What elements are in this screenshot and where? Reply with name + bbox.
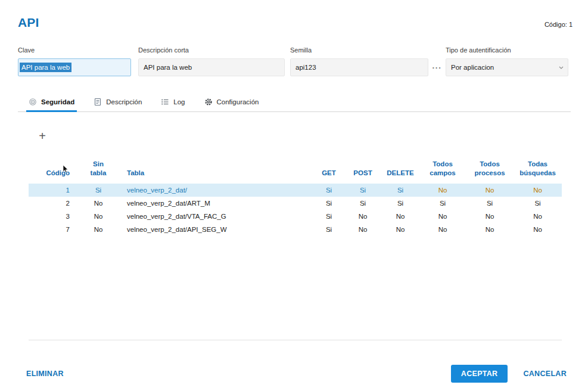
footer-bar: ELIMINAR ACEPTAR CANCELAR — [25, 365, 568, 383]
tab-log[interactable]: Log — [158, 98, 187, 111]
tab-descripcion[interactable]: Descripción — [91, 98, 144, 111]
tab-seguridad-label: Seguridad — [41, 98, 74, 105]
clave-input[interactable]: API para la web — [18, 58, 131, 76]
cell-delete[interactable]: No — [381, 210, 419, 223]
api-editor-window: API Código: 1 Clave API para la web Desc… — [0, 0, 588, 391]
cell-sin-tabla[interactable]: No — [74, 210, 122, 223]
chevron-down-icon — [559, 66, 564, 69]
cell-codigo[interactable]: 1 — [29, 184, 74, 197]
table-row[interactable]: 7 No velneo_verp_2_dat/API_SEG_W Si No N… — [29, 223, 562, 236]
descripcion-corta-input[interactable] — [138, 58, 285, 76]
cell-tabla[interactable]: velneo_verp_2_dat/ — [122, 184, 313, 197]
panel-divider — [29, 340, 562, 340]
titlebar: API Código: 1 — [18, 15, 573, 30]
cell-codigo[interactable]: 3 — [29, 210, 74, 223]
table-row[interactable]: 2 No velneo_verp_2_dat/ART_M Si Si Si Si… — [29, 197, 562, 210]
cell-post[interactable]: No — [344, 210, 381, 223]
tipo-autentificacion-label: Tipo de autentificación — [446, 46, 568, 54]
cell-todos-procesos[interactable]: No — [466, 210, 514, 223]
field-clave: Clave API para la web — [18, 46, 131, 76]
cell-tabla[interactable]: velneo_verp_2_dat/VTA_FAC_G — [122, 210, 313, 223]
field-descripcion-corta: Descripción corta — [138, 46, 285, 76]
field-semilla: Semilla — [290, 46, 428, 76]
cell-todas-busquedas[interactable]: No — [514, 184, 562, 197]
cell-delete[interactable]: Si — [381, 197, 419, 210]
semilla-more-button[interactable]: ··· — [430, 62, 444, 73]
column-header-get[interactable]: GET — [313, 156, 344, 184]
semilla-more-wrap: ··· — [428, 58, 446, 76]
semilla-input[interactable] — [290, 58, 428, 76]
cell-get[interactable]: Si — [313, 223, 344, 236]
cell-todos-procesos[interactable]: Si — [466, 197, 514, 210]
cell-todos-campos[interactable]: No — [419, 184, 466, 197]
form-row: Clave API para la web Descripción corta … — [18, 46, 568, 76]
cell-tabla[interactable]: velneo_verp_2_dat/ART_M — [122, 197, 313, 210]
table-row[interactable]: 3 No velneo_verp_2_dat/VTA_FAC_G Si No N… — [29, 210, 562, 223]
column-header-tabla[interactable]: Tabla — [122, 156, 313, 184]
tab-configuracion[interactable]: Configuración — [202, 98, 262, 111]
semilla-label: Semilla — [290, 46, 428, 54]
clave-label: Clave — [18, 46, 131, 54]
column-header-todas-busquedas[interactable]: Todas búsquedas — [514, 156, 562, 184]
fingerprint-icon — [29, 98, 37, 106]
cell-todos-procesos[interactable]: No — [466, 184, 514, 197]
list-icon — [161, 98, 169, 106]
table-row[interactable]: 1 Si velneo_verp_2_dat/ Si Si Si No No N… — [29, 184, 562, 197]
tab-log-label: Log — [173, 98, 185, 105]
security-table: Código Sin tabla Tabla GET POST DELETE T… — [29, 156, 562, 236]
tab-configuracion-label: Configuración — [217, 98, 259, 105]
cell-get[interactable]: Si — [313, 184, 344, 197]
add-row-button[interactable]: + — [35, 128, 50, 144]
cell-todos-campos[interactable]: Si — [419, 197, 466, 210]
accept-button[interactable]: ACEPTAR — [451, 365, 508, 383]
clave-selected-text: API para la web — [20, 63, 71, 72]
tipo-autentificacion-select[interactable]: Por aplicacion — [446, 58, 568, 76]
cell-post[interactable]: No — [344, 223, 381, 236]
cell-delete[interactable]: No — [381, 223, 419, 236]
column-header-post[interactable]: POST — [344, 156, 381, 184]
cell-get[interactable]: Si — [313, 210, 344, 223]
cell-codigo[interactable]: 2 — [29, 197, 74, 210]
gear-icon — [204, 98, 213, 106]
cell-get[interactable]: Si — [313, 197, 344, 210]
descripcion-corta-label: Descripción corta — [138, 46, 285, 54]
code-badge: Código: 1 — [545, 21, 573, 30]
column-header-delete[interactable]: DELETE — [381, 156, 419, 184]
page-title: API — [18, 15, 39, 30]
cell-sin-tabla[interactable]: No — [74, 223, 122, 236]
cell-sin-tabla[interactable]: No — [74, 197, 122, 210]
tipo-autentificacion-value: Por aplicacion — [451, 64, 494, 71]
cell-todas-busquedas[interactable]: No — [514, 223, 562, 236]
cell-todos-campos[interactable]: No — [419, 210, 466, 223]
cell-todas-busquedas[interactable]: Si — [514, 197, 562, 210]
cell-tabla[interactable]: velneo_verp_2_dat/API_SEG_W — [122, 223, 313, 236]
tab-bar: Seguridad Descripción Log — [18, 93, 571, 112]
cell-post[interactable]: Si — [344, 197, 381, 210]
cell-sin-tabla[interactable]: Si — [74, 184, 122, 197]
cell-post[interactable]: Si — [344, 184, 381, 197]
cell-delete[interactable]: Si — [381, 184, 419, 197]
cell-todas-busquedas[interactable]: No — [514, 210, 562, 223]
tab-seguridad[interactable]: Seguridad — [26, 98, 77, 111]
document-icon — [94, 98, 102, 106]
column-header-sin-tabla[interactable]: Sin tabla — [74, 156, 122, 184]
cell-todos-procesos[interactable]: No — [466, 223, 514, 236]
column-header-todos-procesos[interactable]: Todos procesos — [466, 156, 514, 184]
table-header-row: Código Sin tabla Tabla GET POST DELETE T… — [29, 156, 562, 184]
tab-descripcion-label: Descripción — [106, 98, 142, 105]
field-tipo-autentificacion: Tipo de autentificación Por aplicacion — [446, 46, 568, 76]
cell-todos-campos[interactable]: No — [419, 223, 466, 236]
column-header-codigo[interactable]: Código — [29, 156, 74, 184]
cancel-button[interactable]: CANCELAR — [522, 366, 568, 381]
delete-button[interactable]: ELIMINAR — [25, 366, 65, 381]
cell-codigo[interactable]: 7 — [29, 223, 74, 236]
column-header-todos-campos[interactable]: Todos campos — [419, 156, 466, 184]
